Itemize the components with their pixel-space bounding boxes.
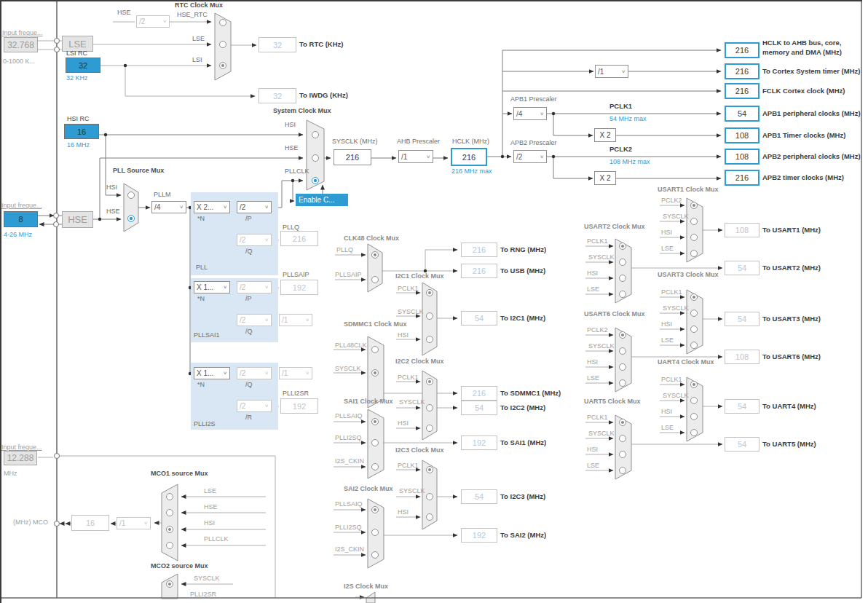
radio-i2c2-hsi[interactable] xyxy=(427,425,433,432)
plli2s-qdiv-dropdown[interactable]: /1∨ xyxy=(279,367,312,379)
radio-sai2-plli2sq[interactable] xyxy=(372,529,379,536)
pllsaip-value: 192 xyxy=(280,280,318,295)
radio-mco1-pllclk[interactable] xyxy=(167,543,173,549)
window-top-border xyxy=(0,0,868,1)
right-gutter xyxy=(862,0,868,603)
uart5-mux-title: UART5 Clock Mux xyxy=(584,398,641,405)
scm-input-pllclk: PLLCLK xyxy=(285,168,309,175)
cortex-timer-value: 216 xyxy=(725,63,760,79)
radio-usart1-lse[interactable] xyxy=(691,251,698,257)
radio-sai1-plli2sq[interactable] xyxy=(372,440,379,446)
hclk-max-label: 216 MHz max xyxy=(451,168,492,175)
mco1-prescaler-dropdown[interactable]: /1∨ xyxy=(117,517,151,529)
hclk-value-field[interactable]: 216 xyxy=(451,148,487,166)
radio-usart1-hsi[interactable] xyxy=(691,234,698,241)
plli2s-n-dropdown[interactable]: X 1...∨ xyxy=(194,367,230,379)
radio-dot xyxy=(693,204,695,207)
radio-i2c3-sysclk[interactable] xyxy=(427,494,433,500)
pllsai-n-dropdown[interactable]: X 1...∨ xyxy=(194,281,230,293)
sdmmc1-mux-title: SDMMC1 Clock Mux xyxy=(344,320,407,328)
radio-usart6-sysclk[interactable] xyxy=(620,348,626,355)
radio-sai1-i2sckin[interactable] xyxy=(372,464,379,470)
apb2-prescaler-dropdown[interactable]: /2∨ xyxy=(513,150,547,163)
radio-usart3-lse[interactable] xyxy=(691,342,698,349)
radio-i2c1-sysclk[interactable] xyxy=(427,313,433,320)
radio-i2c2-sysclk[interactable] xyxy=(427,405,433,411)
radio-mco1-hse[interactable] xyxy=(167,510,173,516)
sai1-input-plli2sq: PLLI2SQ xyxy=(335,434,362,441)
pllsai-q-dropdown[interactable]: /2∨ xyxy=(237,314,272,326)
radio-scm-hse[interactable] xyxy=(312,155,319,162)
radio-scm-hsi[interactable] xyxy=(312,132,319,138)
i2c3-input-pclk1: PCLK1 xyxy=(398,462,419,469)
radio-i2c1-hsi[interactable] xyxy=(427,336,433,343)
radio-usart3-sysclk[interactable] xyxy=(691,310,698,317)
radio-uart4-sysclk[interactable] xyxy=(691,398,698,404)
apb2-timer-value: 216 xyxy=(725,170,760,186)
mco1-input-pllclk: PLLCLK xyxy=(204,535,229,543)
hse-input-frequency-field[interactable]: 8 xyxy=(4,211,38,227)
i2c2-input-sysclk: SYSCLK xyxy=(399,398,425,406)
ahb-prescaler-dropdown[interactable]: /1∨ xyxy=(398,150,433,163)
radio-sai2-i2sckin[interactable] xyxy=(372,552,379,559)
clk48-mux-shape xyxy=(368,244,382,292)
pllq-caption: PLLQ xyxy=(283,224,299,231)
pllsai-qdiv-dropdown[interactable]: /1∨ xyxy=(279,314,312,326)
radio-usart1-sysclk[interactable] xyxy=(691,218,698,225)
to-usart3-label: To USART3 (MHz) xyxy=(762,315,821,323)
to-rtc-value: 32 xyxy=(259,37,296,52)
radio-usart2-sysclk[interactable] xyxy=(620,259,626,266)
chevron-down-icon: ∨ xyxy=(305,371,309,376)
hsi-rc-freq: 16 MHz xyxy=(67,141,90,149)
hclk-caption: HCLK (MHz) xyxy=(452,138,489,145)
cortex-timer-prescaler-dropdown[interactable]: /1∨ xyxy=(595,65,628,78)
to-sai2-value: 192 xyxy=(461,528,497,543)
usart1-input-pclk2: PCLK2 xyxy=(661,197,682,204)
lsi-rc-value-field[interactable]: 32 xyxy=(66,58,100,73)
hse-input-caption: Input freque... xyxy=(1,202,42,209)
plli2s-r-dropdown[interactable]: /2∨ xyxy=(237,400,272,412)
radio-uart4-lse[interactable] xyxy=(691,430,698,436)
to-uart4-label: To UART4 (MHz) xyxy=(762,403,816,410)
to-i2c2-label: To I2C2 (MHz) xyxy=(500,404,545,411)
radio-rtc-hse[interactable] xyxy=(220,20,226,26)
apb1-prescaler-dropdown[interactable]: /4∨ xyxy=(513,107,547,120)
radio-uart5-lse[interactable] xyxy=(620,468,626,474)
chevron-down-icon: ∨ xyxy=(264,403,269,409)
pll-n-dropdown[interactable]: X 2...∨ xyxy=(194,201,230,213)
radio-usart2-lse[interactable] xyxy=(620,291,626,298)
hclk-ahb-label-line2: memory and DMA (MHz) xyxy=(762,49,842,56)
radio-sdmmc1-pll48clk[interactable] xyxy=(372,347,379,353)
radio-uart5-sysclk[interactable] xyxy=(620,436,626,442)
mco1-input-lse: LSE xyxy=(204,487,216,494)
hsi-rc-value-field[interactable]: 16 xyxy=(64,124,99,139)
pll-p-dropdown[interactable]: /2∨ xyxy=(237,201,272,213)
radio-mco1-lse[interactable] xyxy=(167,494,173,500)
radio-dot xyxy=(130,217,133,220)
plli2s-q-dropdown[interactable]: /2∨ xyxy=(237,367,272,379)
radio-rtc-lse[interactable] xyxy=(220,42,226,48)
radio-pllsrc-hsi[interactable] xyxy=(128,192,135,199)
radio-usart6-lse[interactable] xyxy=(620,380,626,387)
i2c1-mux-title: I2C1 Clock Mux xyxy=(395,272,444,280)
enable-css-button[interactable]: Enable C... xyxy=(296,194,348,206)
chevron-down-icon: ∨ xyxy=(426,154,430,159)
radio-usart3-hsi[interactable] xyxy=(691,326,698,333)
radio-usart2-hsi[interactable] xyxy=(620,275,626,282)
pllsrc-input-hse: HSE xyxy=(106,208,120,215)
pll-q-dropdown[interactable]: /2∨ xyxy=(237,234,272,246)
i2s-input-caption: Input freque... xyxy=(1,444,42,451)
radio-i2c3-hsi[interactable] xyxy=(427,514,433,521)
pclk1-max-label: 54 MHz max xyxy=(609,115,647,122)
radio-uart5-hsi[interactable] xyxy=(620,452,626,458)
pllm-dropdown[interactable]: /4∨ xyxy=(151,201,186,213)
radio-uart4-hsi[interactable] xyxy=(691,414,698,420)
to-usart1-value: 108 xyxy=(725,223,760,237)
radio-usart6-hsi[interactable] xyxy=(620,364,626,371)
pllsai-p-dropdown[interactable]: /2∨ xyxy=(237,281,272,293)
radio-clk48-pllsaip[interactable] xyxy=(372,277,379,283)
usart3-input-hsi: HSI xyxy=(661,320,672,328)
rtc-hse-prescaler-dropdown[interactable]: /2∨ xyxy=(136,15,170,28)
mco1-value: 16 xyxy=(71,515,109,531)
radio-dot xyxy=(374,371,376,374)
